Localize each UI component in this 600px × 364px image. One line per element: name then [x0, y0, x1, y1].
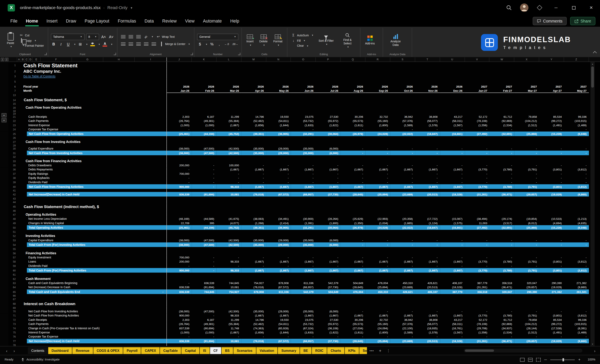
- alignment-dialog-launcher-icon[interactable]: [191, 53, 193, 55]
- cell[interactable]: [291, 343, 316, 346]
- cell[interactable]: 611,336: [291, 281, 316, 285]
- cell[interactable]: [440, 204, 465, 209]
- sheet-tab-bs[interactable]: BS: [222, 347, 233, 354]
- cell[interactable]: [216, 200, 241, 204]
- cell[interactable]: (78,108): [465, 119, 490, 123]
- cell[interactable]: [440, 189, 465, 192]
- cell[interactable]: -: [241, 180, 266, 184]
- cell[interactable]: (18,328): [440, 339, 465, 343]
- cell[interactable]: [192, 294, 216, 298]
- cell[interactable]: [167, 212, 192, 217]
- cell[interactable]: [440, 276, 465, 281]
- row-number[interactable]: 54: [9, 242, 17, 247]
- cell[interactable]: (1,667): [216, 123, 241, 127]
- cell[interactable]: -: [440, 255, 465, 259]
- cell[interactable]: (1,622): [316, 330, 340, 335]
- cell[interactable]: [564, 204, 589, 209]
- cell[interactable]: [216, 343, 241, 346]
- increase-indent-button[interactable]: [150, 41, 157, 47]
- cell[interactable]: [291, 298, 316, 301]
- row-label-cell[interactable]: Change in Cash (Pre-Corporate Tax & Inte…: [17, 326, 167, 330]
- cell[interactable]: 504,649: [340, 281, 365, 285]
- cell[interactable]: [440, 212, 465, 217]
- row-label-cell[interactable]: [17, 247, 167, 251]
- cell[interactable]: (1,667): [440, 168, 465, 172]
- cell[interactable]: [167, 97, 192, 102]
- cell[interactable]: (91,694): [192, 192, 216, 196]
- cell[interactable]: [490, 343, 514, 346]
- cell[interactable]: -: [440, 176, 465, 180]
- cell[interactable]: [390, 343, 415, 346]
- cell[interactable]: [465, 212, 490, 217]
- cell[interactable]: 678,908: [241, 289, 266, 294]
- cell[interactable]: [241, 343, 266, 346]
- cell[interactable]: [266, 294, 291, 298]
- cell[interactable]: (18,328): [440, 285, 465, 289]
- cell[interactable]: -: [241, 172, 266, 176]
- cell[interactable]: [514, 136, 539, 140]
- search-button[interactable]: [501, 0, 517, 15]
- cell[interactable]: 2026: [291, 84, 316, 89]
- cell[interactable]: May-27: [564, 89, 589, 93]
- cell[interactable]: (1,567): [440, 330, 465, 335]
- cell[interactable]: 10,081: [216, 339, 241, 343]
- outline-expand-button[interactable]: +: [1, 118, 6, 122]
- column-header-M[interactable]: M: [241, 57, 266, 62]
- cell[interactable]: (35,000): [291, 238, 316, 242]
- cell[interactable]: [415, 230, 440, 234]
- cell[interactable]: (27,492): [465, 132, 490, 136]
- scroll-up-icon[interactable]: ▲: [591, 62, 593, 66]
- cell[interactable]: [340, 93, 365, 97]
- cell[interactable]: [564, 234, 589, 238]
- cell[interactable]: 11,299: [216, 318, 241, 322]
- cell[interactable]: [167, 276, 192, 281]
- cell[interactable]: -: [539, 146, 564, 151]
- cell[interactable]: [539, 189, 564, 192]
- cell[interactable]: (31,261): [465, 192, 490, 196]
- cell[interactable]: -: [465, 255, 490, 259]
- row-label-cell[interactable]: Capital Expenditure: [17, 238, 167, 242]
- cell[interactable]: [440, 144, 465, 146]
- row-label-cell[interactable]: [17, 196, 167, 200]
- cell[interactable]: [539, 93, 564, 97]
- cell[interactable]: 2,303: [167, 115, 192, 119]
- cell[interactable]: (1,667): [440, 260, 465, 264]
- cell[interactable]: -: [291, 127, 316, 131]
- sheet-tab-dashboard[interactable]: Dashboard: [48, 347, 72, 354]
- cell[interactable]: -: [390, 146, 415, 151]
- cell[interactable]: [390, 97, 415, 102]
- cell[interactable]: 900,000: [167, 184, 192, 189]
- cell[interactable]: [241, 136, 266, 140]
- cell[interactable]: (1,667): [266, 184, 291, 189]
- cell[interactable]: [440, 140, 465, 144]
- cell[interactable]: [216, 204, 241, 209]
- cell[interactable]: [490, 68, 514, 74]
- cell[interactable]: [241, 306, 266, 309]
- cell[interactable]: (58,311): [440, 119, 465, 123]
- cell[interactable]: (26,764): [167, 119, 192, 123]
- zoom-slider[interactable]: [550, 359, 575, 360]
- row-label-cell[interactable]: [17, 93, 167, 97]
- row-number[interactable]: 68: [9, 301, 17, 306]
- cell[interactable]: -: [415, 335, 440, 339]
- cell[interactable]: 290,390: [539, 281, 564, 285]
- cell[interactable]: (20,513): [415, 192, 440, 196]
- cell[interactable]: [365, 212, 390, 217]
- cell[interactable]: [291, 306, 316, 309]
- row-number[interactable]: 26: [9, 136, 17, 140]
- zoom-slider-thumb[interactable]: [562, 358, 564, 361]
- cell[interactable]: (24,028): [365, 225, 390, 230]
- row-number[interactable]: 16: [9, 105, 17, 110]
- cell[interactable]: [465, 136, 490, 140]
- cell[interactable]: (29,000): [266, 238, 291, 242]
- sheet-nav-left-icon[interactable]: ‹: [3, 348, 10, 353]
- cell[interactable]: [465, 159, 490, 163]
- cell[interactable]: -: [340, 172, 365, 176]
- cell[interactable]: [266, 112, 291, 115]
- cell[interactable]: [514, 247, 539, 251]
- column-header-B[interactable]: B: [21, 57, 25, 62]
- cell[interactable]: [291, 159, 316, 163]
- cell[interactable]: [564, 294, 589, 298]
- cell[interactable]: [167, 105, 192, 110]
- cell[interactable]: [415, 273, 440, 277]
